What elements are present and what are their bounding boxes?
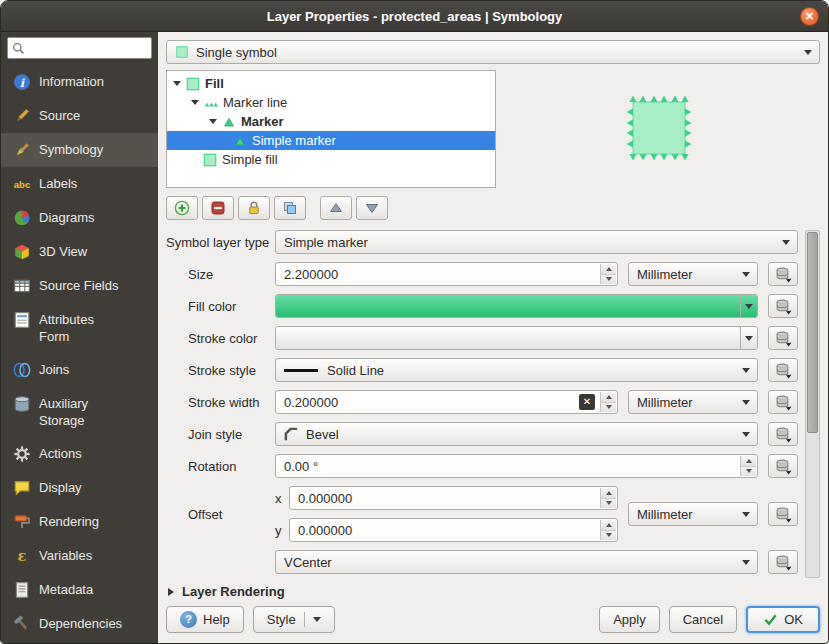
sidebar-search xyxy=(7,37,152,59)
spin-down-button[interactable] xyxy=(601,403,616,413)
join-style-row: Join style Bevel xyxy=(166,422,798,446)
expander-icon[interactable] xyxy=(209,119,217,124)
simple-fill-icon xyxy=(203,153,217,167)
expander-icon[interactable] xyxy=(173,81,181,86)
rotation-override-button[interactable] xyxy=(768,454,798,478)
stroke-width-override-button[interactable] xyxy=(768,390,798,414)
spin-down-button[interactable] xyxy=(601,531,616,541)
titlebar[interactable]: Layer Properties - protected_areas | Sym… xyxy=(1,1,828,32)
stroke-style-dropdown[interactable]: Solid Line xyxy=(275,358,758,382)
sidebar-item-attributes-form[interactable]: Attributes Form xyxy=(1,303,158,353)
size-unit-dropdown[interactable]: Millimeter xyxy=(628,262,758,286)
move-up-button[interactable] xyxy=(320,196,352,220)
solid-line-icon xyxy=(284,369,318,372)
tree-item-simple-fill[interactable]: Simple fill xyxy=(167,150,495,169)
spin-up-button[interactable] xyxy=(741,456,756,467)
form-scrollbar[interactable] xyxy=(805,230,820,578)
join-style-dropdown[interactable]: Bevel xyxy=(275,422,758,446)
sidebar-item-source[interactable]: Source xyxy=(1,99,158,133)
joins-icon xyxy=(13,361,31,379)
stroke-style-override-button[interactable] xyxy=(768,358,798,382)
cancel-button[interactable]: Cancel xyxy=(669,606,737,633)
sidebar-item-source-fields[interactable]: Source Fields xyxy=(1,269,158,303)
sidebar-item-joins[interactable]: Joins xyxy=(1,353,158,387)
add-icon xyxy=(174,200,190,216)
tree-item-marker[interactable]: Marker xyxy=(167,112,495,131)
symbol-layer-type-label: Symbol layer type xyxy=(166,235,275,250)
stroke-color-override-button[interactable] xyxy=(768,326,798,350)
data-defined-override-icon xyxy=(775,458,792,475)
sidebar-item-auxiliary-storage[interactable]: Auxiliary Storage xyxy=(1,387,158,437)
sidebar-item-3d-view[interactable]: 3D View xyxy=(1,235,158,269)
help-button[interactable]: ? Help xyxy=(166,606,244,633)
layer-rendering-section[interactable]: Layer Rendering xyxy=(166,584,820,599)
add-symbol-layer-button[interactable] xyxy=(166,196,198,220)
offset-label: Offset xyxy=(166,507,275,522)
fill-color-override-button[interactable] xyxy=(768,294,798,318)
stroke-color-menu-arrow[interactable] xyxy=(740,327,757,349)
data-defined-override-icon xyxy=(775,394,792,411)
chevron-down-icon xyxy=(742,368,750,373)
duplicate-symbol-layer-button[interactable] xyxy=(274,196,306,220)
ok-button[interactable]: OK xyxy=(746,606,820,633)
spin-up-button[interactable] xyxy=(601,264,616,275)
chevron-down-icon xyxy=(742,560,750,565)
tree-item-simple-marker[interactable]: Simple marker xyxy=(167,131,495,150)
sidebar-item-rendering[interactable]: Rendering xyxy=(1,505,158,539)
sidebar-item-display[interactable]: Display xyxy=(1,471,158,505)
stroke-style-row: Stroke style Solid Line xyxy=(166,358,798,382)
offset-unit-dropdown[interactable]: Millimeter xyxy=(628,502,758,526)
sidebar-item-variables[interactable]: ε Variables xyxy=(1,539,158,573)
clear-field-icon[interactable]: ✕ xyxy=(579,394,595,410)
symbol-preview xyxy=(621,90,697,166)
spin-up-button[interactable] xyxy=(601,392,616,403)
size-override-button[interactable] xyxy=(768,262,798,286)
anchor-override-button[interactable] xyxy=(768,550,798,574)
scrollbar-thumb[interactable] xyxy=(807,232,818,433)
stroke-color-button[interactable] xyxy=(275,326,758,350)
spin-down-button[interactable] xyxy=(601,499,616,509)
renderer-dropdown[interactable]: Single symbol xyxy=(166,40,820,64)
expander-icon[interactable] xyxy=(191,100,199,105)
tree-item-marker-line[interactable]: Marker line xyxy=(167,93,495,112)
dialog-button-box: ? Help Style Apply Cancel xyxy=(166,606,820,633)
offset-y-spinbox[interactable]: 0.000000 xyxy=(289,518,618,542)
spin-up-button[interactable] xyxy=(601,520,616,531)
spin-up-button[interactable] xyxy=(601,488,616,499)
sidebar-item-symbology[interactable]: Symbology xyxy=(1,133,158,167)
stroke-width-spinbox[interactable]: 0.200000 ✕ xyxy=(275,390,618,414)
tree-item-fill[interactable]: Fill xyxy=(167,74,495,93)
fill-color-menu-arrow[interactable] xyxy=(740,295,757,317)
size-label: Size xyxy=(166,267,275,282)
lock-color-button[interactable] xyxy=(238,196,270,220)
offset-override-button[interactable] xyxy=(768,502,798,526)
spin-down-button[interactable] xyxy=(601,275,616,285)
sidebar-search-input[interactable] xyxy=(29,41,147,55)
fill-color-button[interactable] xyxy=(275,294,758,318)
style-menu-button[interactable]: Style xyxy=(253,606,335,633)
layer-properties-dialog: Layer Properties - protected_areas | Sym… xyxy=(0,0,829,644)
arrow-down-icon xyxy=(364,200,380,216)
fill-color-label: Fill color xyxy=(166,299,275,314)
sidebar-item-labels[interactable]: abc Labels xyxy=(1,167,158,201)
apply-button[interactable]: Apply xyxy=(599,606,660,633)
sidebar-item-information[interactable]: i Information xyxy=(1,65,158,99)
sidebar-item-metadata[interactable]: Metadata xyxy=(1,573,158,607)
sidebar-item-actions[interactable]: Actions xyxy=(1,437,158,471)
rotation-spinbox[interactable]: 0.00 ° xyxy=(275,454,758,478)
offset-x-spinbox[interactable]: 0.000000 xyxy=(289,486,618,510)
offset-row: Offset x 0.000000 xyxy=(166,486,798,542)
remove-symbol-layer-button[interactable] xyxy=(202,196,234,220)
join-style-override-button[interactable] xyxy=(768,422,798,446)
sidebar-item-dependencies[interactable]: Dependencies xyxy=(1,607,158,641)
symbol-layer-type-dropdown[interactable]: Simple marker xyxy=(275,230,798,254)
stroke-width-unit-dropdown[interactable]: Millimeter xyxy=(628,390,758,414)
anchor-point-dropdown[interactable]: VCenter xyxy=(275,550,758,574)
close-icon[interactable]: ✕ xyxy=(800,7,819,26)
move-down-button[interactable] xyxy=(356,196,388,220)
size-row: Size 2.200000 Millimeter xyxy=(166,262,798,286)
sidebar-item-diagrams[interactable]: Diagrams xyxy=(1,201,158,235)
spin-down-button[interactable] xyxy=(741,467,756,477)
size-spinbox[interactable]: 2.200000 xyxy=(275,262,618,286)
symbol-layer-type-row: Symbol layer type Simple marker xyxy=(166,230,798,254)
